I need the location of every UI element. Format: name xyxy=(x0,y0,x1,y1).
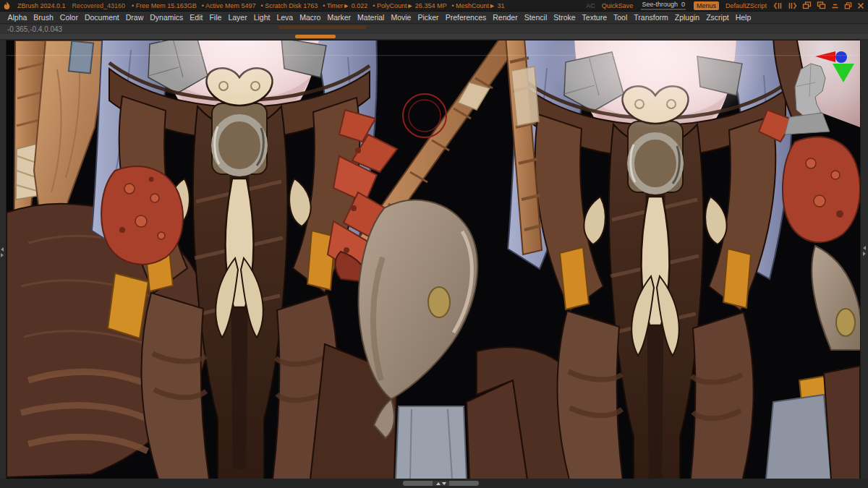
default-zscript-button[interactable]: DefaultZScript xyxy=(726,2,767,9)
stat-meshcount-31: • MeshCount► 31 xyxy=(451,2,504,9)
bottom-scrollbar[interactable] xyxy=(0,479,868,488)
gizmo-z-axis-icon[interactable] xyxy=(835,51,847,63)
coordinate-readout: -0.365,-0.4,0.043 xyxy=(0,25,868,34)
menu-render[interactable]: Render xyxy=(490,13,521,22)
stat-scratch-disk-1763: • Scratch Disk 1763 xyxy=(261,2,318,9)
menu-brush[interactable]: Brush xyxy=(30,13,56,22)
top-scrollbar-thumb[interactable] xyxy=(295,35,336,38)
menu-macro[interactable]: Macro xyxy=(297,13,324,22)
menu-picker[interactable]: Picker xyxy=(414,13,442,22)
dock-palettes-right-icon[interactable] xyxy=(817,1,826,9)
stat-polycount-26-354-mp: • PolyCount► 26.354 MP xyxy=(373,2,446,9)
bottom-scrollbar-thumb[interactable] xyxy=(403,481,479,486)
menu-stencil[interactable]: Stencil xyxy=(521,13,550,22)
menu-alpha[interactable]: Alpha xyxy=(4,13,30,22)
active-menu-indicator xyxy=(278,25,367,29)
title-bar: ZBrush 2024.0.1 Recovered_43160 • Free M… xyxy=(0,0,868,12)
stat-active-mem-5497: • Active Mem 5497 xyxy=(202,2,256,9)
menu-document[interactable]: Document xyxy=(81,13,122,22)
quicksave-button[interactable]: QuickSave xyxy=(602,2,634,9)
ac-label[interactable]: AC xyxy=(586,2,595,9)
menu-draw[interactable]: Draw xyxy=(122,13,147,22)
minimize-icon[interactable] xyxy=(831,2,839,9)
see-through-track[interactable] xyxy=(641,9,686,10)
sculpt-viewport xyxy=(7,40,860,479)
menu-edit[interactable]: Edit xyxy=(187,13,206,22)
menu-bar: AlphaBrushColorDocumentDrawDynamicsEditF… xyxy=(0,12,868,24)
app-title: ZBrush 2024.0.1 xyxy=(17,2,66,9)
canvas-frame-line xyxy=(7,55,860,56)
menu-marker[interactable]: Marker xyxy=(324,13,354,22)
collapse-left-icon[interactable] xyxy=(773,2,783,9)
menu-transform[interactable]: Transform xyxy=(631,13,671,22)
dock-palettes-left-icon[interactable] xyxy=(802,1,812,9)
close-icon[interactable] xyxy=(857,2,864,9)
collapse-right-icon[interactable] xyxy=(788,2,797,9)
restore-window-icon[interactable] xyxy=(844,2,852,9)
menu-file[interactable]: File xyxy=(206,13,225,22)
stat-timer-0-022: • Timer► 0.022 xyxy=(323,2,367,9)
bottom-tray-toggle[interactable] xyxy=(433,481,449,486)
menu-tool[interactable]: Tool xyxy=(610,13,631,22)
menu-texture[interactable]: Texture xyxy=(579,13,610,22)
document-area xyxy=(0,34,868,488)
see-through-value: 0 xyxy=(681,1,685,8)
red-gauntlet-left xyxy=(101,166,183,264)
menus-button[interactable]: Menus xyxy=(694,1,719,10)
menu-help[interactable]: Help xyxy=(732,13,754,22)
menu-leva[interactable]: Leva xyxy=(273,13,297,22)
top-scrollbar[interactable] xyxy=(0,34,868,40)
menu-color[interactable]: Color xyxy=(56,13,81,22)
menu-layer[interactable]: Layer xyxy=(225,13,250,22)
menu-material[interactable]: Material xyxy=(354,13,388,22)
menu-light[interactable]: Light xyxy=(250,13,273,22)
document-canvas[interactable] xyxy=(6,40,861,480)
see-through-slider[interactable]: See-through 0 xyxy=(639,1,687,10)
document-name: Recovered_43160 xyxy=(72,2,126,9)
menu-preferences[interactable]: Preferences xyxy=(442,13,490,22)
menu-zplugin[interactable]: Zplugin xyxy=(671,13,702,22)
menu-dynamics[interactable]: Dynamics xyxy=(147,13,187,22)
menu-movie[interactable]: Movie xyxy=(388,13,414,22)
right-tray-toggle[interactable] xyxy=(863,246,866,256)
menu-stroke[interactable]: Stroke xyxy=(550,13,579,22)
menu-zscript[interactable]: Zscript xyxy=(703,13,733,22)
left-tray-toggle[interactable] xyxy=(1,247,4,257)
see-through-label: See-through xyxy=(642,1,678,8)
stat-free-mem-15-163gb: • Free Mem 15.163GB xyxy=(132,2,197,9)
zbrush-logo-icon xyxy=(3,1,11,10)
memory-stats: • Free Mem 15.163GB• Active Mem 5497• Sc… xyxy=(132,2,504,9)
